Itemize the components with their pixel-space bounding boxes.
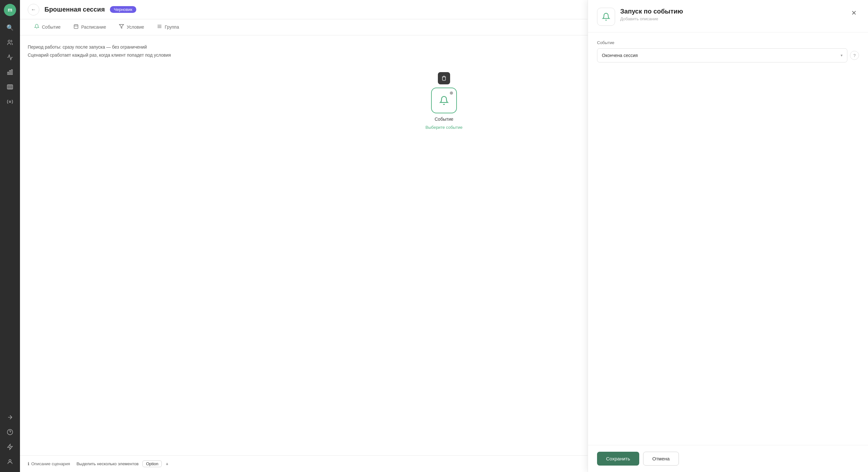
panel-footer: Сохранить Отмена xyxy=(588,445,868,472)
delete-node-button[interactable] xyxy=(438,72,450,85)
sidebar-item-bolt[interactable] xyxy=(4,440,17,453)
main-area: ← Брошенная сессия Черновик Событие Расп… xyxy=(20,0,868,472)
sidebar-item-settings[interactable] xyxy=(4,95,17,108)
option-badge: Option xyxy=(143,461,162,467)
svg-rect-10 xyxy=(74,25,78,29)
svg-marker-14 xyxy=(120,25,124,28)
svg-rect-2 xyxy=(9,70,10,75)
field-label-event: Событие xyxy=(597,40,859,45)
panel-icon-box xyxy=(597,8,615,26)
back-icon: ← xyxy=(31,7,36,12)
sidebar-logo[interactable]: m xyxy=(4,4,16,16)
filter-icon xyxy=(119,24,124,30)
panel-subtitle: Добавить описание xyxy=(620,16,843,21)
close-button[interactable]: ✕ xyxy=(849,8,859,18)
panel-header: Запуск по событию Добавить описание ✕ xyxy=(588,0,868,33)
svg-point-9 xyxy=(9,460,11,462)
sidebar: m 🔍 xyxy=(0,0,20,472)
select-label: Выделить несколько элементов xyxy=(76,461,138,466)
svg-point-5 xyxy=(9,101,11,103)
panel-title-area: Запуск по событию Добавить описание xyxy=(620,8,843,21)
close-icon: ✕ xyxy=(851,9,857,17)
svg-marker-8 xyxy=(8,444,12,450)
info-icon: ℹ xyxy=(28,461,29,466)
panel-body: Событие Окончена сессия ▾ ? xyxy=(588,33,868,445)
plus-label: + xyxy=(165,461,168,467)
tab-schedule[interactable]: Расписание xyxy=(67,19,113,35)
event-select[interactable]: Окончена сессия ▾ xyxy=(597,48,847,63)
sidebar-item-analytics[interactable] xyxy=(4,66,17,78)
help-icon[interactable]: ? xyxy=(850,51,859,60)
scenario-description-info: ℹ Описание сценария xyxy=(28,461,70,466)
sidebar-bottom xyxy=(4,411,17,468)
calendar-icon xyxy=(73,24,79,30)
bell-icon xyxy=(34,24,39,30)
event-node[interactable] xyxy=(431,88,457,113)
cancel-button[interactable]: Отмена xyxy=(643,452,679,466)
sidebar-item-users[interactable] xyxy=(4,36,17,49)
node-status-dot xyxy=(450,92,453,95)
back-button[interactable]: ← xyxy=(28,4,39,15)
svg-rect-3 xyxy=(11,70,12,75)
sidebar-item-search[interactable]: 🔍 xyxy=(4,21,17,34)
group-icon xyxy=(157,24,162,30)
node-select-link[interactable]: Выберите событие xyxy=(426,125,463,130)
draft-badge: Черновик xyxy=(110,6,136,13)
svg-rect-1 xyxy=(8,72,9,75)
tab-group[interactable]: Группа xyxy=(151,19,185,35)
sidebar-item-integrations[interactable] xyxy=(4,80,17,93)
tab-condition[interactable]: Условие xyxy=(113,19,151,35)
select-wrapper: Окончена сессия ▾ ? xyxy=(597,48,859,63)
right-panel: Запуск по событию Добавить описание ✕ Со… xyxy=(588,0,868,472)
save-button[interactable]: Сохранить xyxy=(597,452,639,466)
tab-event[interactable]: Событие xyxy=(28,19,67,35)
sidebar-item-export[interactable] xyxy=(4,411,17,424)
page-title: Брошенная сессия xyxy=(44,6,105,13)
sidebar-item-help[interactable] xyxy=(4,426,17,439)
chevron-down-icon: ▾ xyxy=(841,53,842,58)
panel-title: Запуск по событию xyxy=(620,8,843,15)
sidebar-item-campaigns[interactable] xyxy=(4,51,17,64)
sidebar-item-user[interactable] xyxy=(4,455,17,468)
node-label: Событие xyxy=(435,116,453,122)
svg-point-0 xyxy=(8,40,10,42)
